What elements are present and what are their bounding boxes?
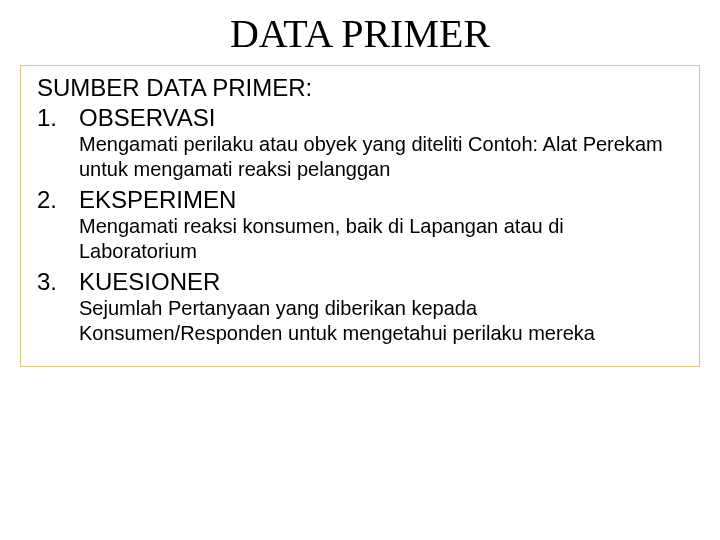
- item-description: Mengamati perilaku atau obyek yang ditel…: [79, 132, 683, 182]
- item-label: KUESIONER: [79, 268, 220, 296]
- slide-title: DATA PRIMER: [20, 10, 700, 57]
- item-description: Sejumlah Pertanyaan yang diberikan kepad…: [79, 296, 683, 346]
- content-box: SUMBER DATA PRIMER: 1. OBSERVASI Mengama…: [20, 65, 700, 367]
- item-description: Mengamati reaksi konsumen, baik di Lapan…: [79, 214, 683, 264]
- item-label: EKSPERIMEN: [79, 186, 236, 214]
- item-number: 2.: [37, 186, 79, 214]
- list-item: 2. EKSPERIMEN: [37, 186, 683, 214]
- item-number: 1.: [37, 104, 79, 132]
- list-item: 1. OBSERVASI: [37, 104, 683, 132]
- item-number: 3.: [37, 268, 79, 296]
- item-label: OBSERVASI: [79, 104, 216, 132]
- list-item: 3. KUESIONER: [37, 268, 683, 296]
- section-heading: SUMBER DATA PRIMER:: [37, 74, 683, 102]
